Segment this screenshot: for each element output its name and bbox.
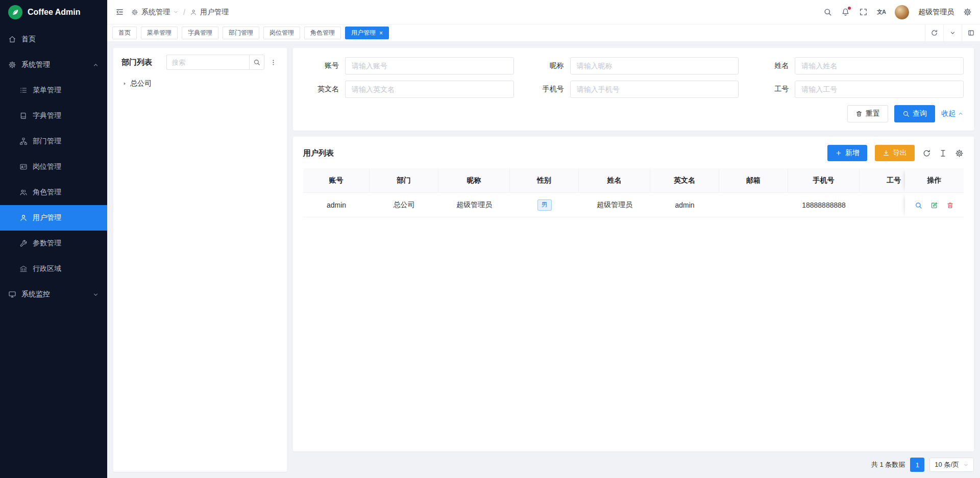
- search-icon[interactable]: [823, 8, 832, 16]
- org-tree-icon: [19, 137, 28, 145]
- settings-gear-icon[interactable]: [963, 8, 972, 16]
- export-button[interactable]: 导出: [875, 145, 915, 161]
- sidebar-item-user-management[interactable]: 用户管理: [0, 205, 107, 231]
- tab-role-management[interactable]: 角色管理: [304, 27, 341, 39]
- column-phone: 手机号: [788, 168, 860, 193]
- work-no-input[interactable]: [795, 81, 964, 98]
- cell-operations: [905, 193, 964, 217]
- refresh-icon[interactable]: [922, 149, 931, 158]
- filter-card: 账号 昵称 姓名 英文名: [293, 48, 974, 131]
- wrench-icon: [19, 239, 28, 247]
- more-options-icon[interactable]: [267, 55, 279, 70]
- table-row: admin 总公司 超级管理员 男 超级管理员 admin 1888888888…: [303, 193, 964, 217]
- tab-dept-management[interactable]: 部门管理: [223, 27, 259, 39]
- user-list-card: 用户列表 新增 导出: [293, 137, 974, 451]
- tab-dict-management[interactable]: 字典管理: [182, 27, 218, 39]
- gear-icon: [8, 61, 16, 69]
- trash-icon: [855, 110, 863, 117]
- people-icon: [19, 188, 28, 196]
- sidebar-item-param-management[interactable]: 参数管理: [0, 231, 107, 256]
- topbar: 系统管理 / 用户管理 文A 超级管理员: [107, 0, 980, 24]
- gear-icon: [131, 9, 138, 16]
- department-search-button[interactable]: [249, 55, 264, 70]
- view-detail-icon[interactable]: [915, 202, 922, 209]
- pagination: 共 1 条数据 1 10 条/页: [293, 458, 974, 472]
- breadcrumb-separator: /: [183, 8, 185, 16]
- id-badge-icon: [19, 163, 28, 171]
- sidebar-item-menu-management[interactable]: 菜单管理: [0, 78, 107, 103]
- department-search-group: [166, 55, 264, 70]
- tab-menu-management[interactable]: 菜单管理: [141, 27, 178, 39]
- fullscreen-icon[interactable]: [859, 8, 868, 16]
- collapse-sidebar-icon[interactable]: [115, 8, 124, 16]
- close-icon[interactable]: ×: [379, 30, 383, 36]
- reset-button[interactable]: 重置: [847, 105, 888, 122]
- username[interactable]: 超级管理员: [918, 8, 954, 17]
- sidebar-group-system-management[interactable]: 系统管理: [0, 52, 107, 78]
- column-english-name: 英文名: [650, 168, 719, 193]
- chevron-up-icon: [92, 62, 99, 68]
- sidebar-item-dept-management[interactable]: 部门管理: [0, 129, 107, 154]
- topbar-actions: 文A 超级管理员: [823, 5, 972, 19]
- sidebar-item-role-management[interactable]: 角色管理: [0, 180, 107, 205]
- chevron-down-icon: [963, 462, 969, 468]
- tab-user-management[interactable]: 用户管理 ×: [345, 27, 389, 39]
- coffee-leaf-icon: [8, 5, 22, 19]
- phone-input[interactable]: [570, 81, 739, 98]
- sidebar-group-system-monitor[interactable]: 系统监控: [0, 282, 107, 307]
- english-name-input[interactable]: [345, 81, 514, 98]
- translate-icon[interactable]: 文A: [877, 8, 886, 16]
- table-scroll-area[interactable]: 账号 部门 昵称 性别 姓名 英文名 邮箱 手机号 工号 生日: [303, 168, 964, 446]
- column-width-icon[interactable]: [939, 149, 947, 158]
- logo[interactable]: Coffee Admin: [0, 0, 107, 24]
- edit-icon[interactable]: [930, 202, 938, 209]
- tab-post-management[interactable]: 岗位管理: [263, 27, 300, 39]
- field-english-name: 英文名: [303, 81, 514, 98]
- layout-icon[interactable]: [962, 24, 980, 41]
- table-toolbar: 新增 导出: [827, 145, 964, 161]
- sidebar-item-home[interactable]: 首页: [0, 27, 107, 52]
- delete-icon[interactable]: [946, 202, 954, 209]
- app-root: Coffee Admin 首页 系统管理 菜单管理 字典管理 部门: [0, 0, 980, 478]
- tab-home[interactable]: 首页: [112, 27, 137, 39]
- nickname-input[interactable]: [570, 57, 739, 74]
- book-icon: [19, 112, 28, 120]
- table-settings-gear-icon[interactable]: [955, 149, 964, 158]
- column-email: 邮箱: [719, 168, 788, 193]
- sidebar-item-post-management[interactable]: 岗位管理: [0, 154, 107, 180]
- app-title: Coffee Admin: [28, 8, 80, 17]
- avatar[interactable]: [895, 5, 909, 19]
- filter-form: 账号 昵称 姓名 英文名: [303, 57, 964, 98]
- expand-arrow-icon[interactable]: [121, 81, 128, 87]
- download-icon: [883, 149, 890, 157]
- query-button[interactable]: 查询: [894, 105, 935, 122]
- collapse-link[interactable]: 收起: [941, 109, 964, 118]
- monitor-icon: [8, 290, 16, 298]
- account-input[interactable]: [345, 57, 514, 74]
- refresh-icon[interactable]: [925, 24, 943, 41]
- sidebar-menu: 首页 系统管理 菜单管理 字典管理 部门管理 岗位管理: [0, 24, 107, 478]
- breadcrumb-user-management[interactable]: 用户管理: [190, 8, 229, 17]
- add-button[interactable]: 新增: [827, 145, 867, 161]
- department-search-input[interactable]: [166, 55, 249, 70]
- column-operations: 操作: [905, 168, 964, 193]
- name-input[interactable]: [795, 57, 964, 74]
- chevron-down-icon: [92, 291, 99, 298]
- field-work-no: 工号: [753, 81, 964, 98]
- page-size-select[interactable]: 10 条/页: [929, 458, 974, 472]
- breadcrumb-system-management[interactable]: 系统管理: [131, 8, 179, 17]
- department-panel: 部门列表 总公司: [113, 48, 287, 472]
- sidebar-item-dict-management[interactable]: 字典管理: [0, 103, 107, 129]
- column-nickname: 昵称: [438, 168, 510, 193]
- tree-node-head-office[interactable]: 总公司: [121, 78, 279, 90]
- field-name: 姓名: [753, 57, 964, 74]
- total-count: 共 1 条数据: [871, 460, 905, 469]
- sidebar-item-admin-region[interactable]: 行政区域: [0, 256, 107, 282]
- chevron-down-icon[interactable]: [943, 24, 962, 41]
- field-phone: 手机号: [528, 81, 739, 98]
- department-panel-title: 部门列表: [121, 58, 152, 67]
- notification-bell-icon[interactable]: [841, 8, 850, 16]
- search-icon: [253, 59, 260, 66]
- tab-tools: [925, 24, 980, 41]
- page-button[interactable]: 1: [910, 458, 924, 472]
